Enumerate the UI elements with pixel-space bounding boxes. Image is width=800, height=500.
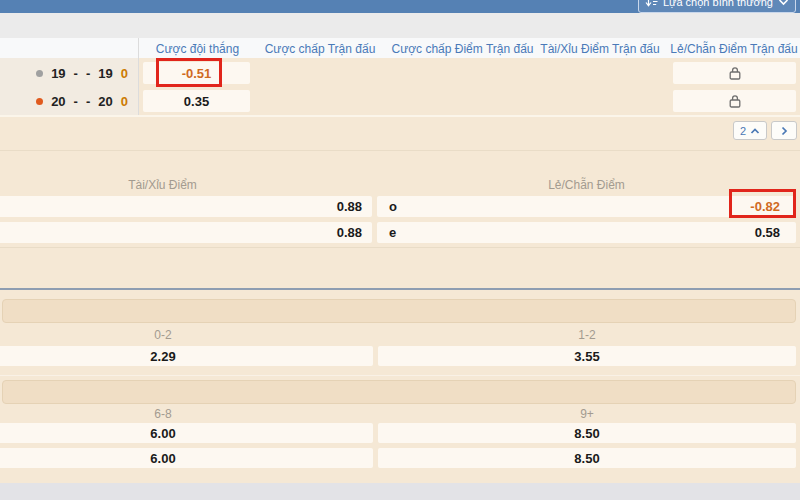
range-label: 6-8 [0, 407, 373, 421]
win-odds-cell[interactable]: 0.35 [143, 90, 250, 112]
chevron-down-icon [778, 0, 789, 6]
home-score: 19 [51, 66, 65, 81]
status-dot-icon [36, 70, 43, 77]
page-number: 2 [740, 125, 746, 137]
footer-bar [0, 483, 800, 500]
away-score: 20 [98, 94, 112, 109]
column-header-over-under-points[interactable]: Tài/Xỉu Điểm Trận đấu [533, 42, 667, 56]
home-score: 20 [51, 94, 65, 109]
section-separator [0, 247, 800, 248]
top-bar: Lựa chọn bình thường [0, 0, 800, 13]
group-divider [0, 288, 800, 290]
odd-even-odds-cell[interactable]: o -0.82 [377, 196, 796, 217]
column-divider [138, 38, 139, 115]
range-odds-cell[interactable]: 8.50 [378, 448, 796, 468]
score-row: 19 - - 19 0 [0, 62, 138, 84]
market-group-band[interactable] [2, 380, 796, 404]
range-label: 0-2 [0, 328, 373, 342]
column-header-handicap-points[interactable]: Cược chấp Điểm Trận đấu [390, 42, 535, 56]
score-dash: - [74, 66, 78, 81]
sort-options-label: Lựa chọn bình thường [663, 0, 773, 8]
column-header-odd-even-points[interactable]: Lẻ/Chẵn Điểm Trận đấu [664, 42, 800, 56]
locked-odds-cell [673, 62, 796, 84]
column-header-handicap-match[interactable]: Cược chấp Trận đấu [258, 42, 382, 56]
away-score: 19 [98, 66, 112, 81]
page-collapse-button[interactable]: 2 [733, 121, 767, 140]
over-under-points-header: Tài/Xỉu Điểm [0, 178, 372, 192]
win-odds-cell[interactable]: -0.51 [143, 62, 250, 84]
odd-even-odds-value: 0.58 [755, 225, 780, 240]
market-header-row: Cược đội thắng Cược chấp Trận đấu Cược c… [0, 38, 800, 58]
chevron-up-icon [750, 127, 760, 135]
sort-options-button[interactable]: Lựa chọn bình thường [638, 0, 796, 13]
section-separator [0, 115, 800, 117]
chevron-right-icon [780, 126, 788, 136]
odd-even-label: o [389, 199, 397, 214]
range-odds-cell[interactable]: 6.00 [0, 448, 373, 468]
over-under-odds-cell[interactable]: 0.88 [0, 196, 372, 217]
locked-odds-cell [673, 90, 796, 112]
over-under-odds-cell[interactable]: 0.88 [0, 222, 372, 243]
lock-icon [729, 66, 741, 80]
range-odds-cell[interactable]: 8.50 [378, 423, 796, 443]
next-page-button[interactable] [771, 121, 797, 140]
sort-icon [645, 0, 658, 7]
market-group-band[interactable] [2, 299, 796, 323]
odd-even-label: e [389, 225, 396, 240]
betting-odds-page: Lựa chọn bình thường Cược đội thắng Cược… [0, 0, 800, 500]
range-odds-cell[interactable]: 3.55 [378, 346, 796, 366]
odd-even-odds-value: -0.82 [750, 199, 780, 214]
odd-even-odds-cell[interactable]: e 0.58 [377, 222, 796, 243]
extra-count: 0 [121, 66, 128, 81]
range-odds-cell[interactable]: 2.29 [0, 346, 373, 366]
range-label: 9+ [378, 407, 796, 421]
score-dash: - [86, 66, 90, 81]
status-dot-icon [36, 98, 43, 105]
column-header-win[interactable]: Cược đội thắng [140, 42, 255, 56]
range-odds-cell[interactable]: 6.00 [0, 423, 373, 443]
lock-icon [729, 94, 741, 108]
score-dash: - [86, 94, 90, 109]
score-row: 20 - - 20 0 [0, 90, 138, 112]
section-separator [0, 150, 800, 151]
sub-header-strip [0, 13, 800, 38]
score-dash: - [74, 94, 78, 109]
extra-count: 0 [121, 94, 128, 109]
range-label: 1-2 [378, 328, 796, 342]
odd-even-points-header: Lẻ/Chẵn Điểm [377, 178, 796, 192]
section-separator [0, 375, 800, 376]
